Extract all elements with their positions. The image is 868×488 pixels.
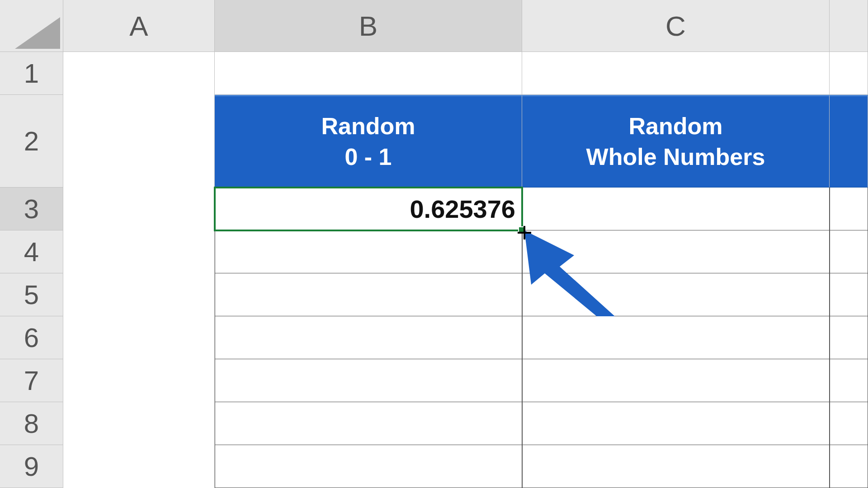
cell-B6[interactable] bbox=[215, 316, 522, 359]
cell-C4[interactable] bbox=[522, 230, 830, 273]
cell-C1[interactable] bbox=[522, 52, 830, 95]
cell-B7[interactable] bbox=[215, 359, 522, 402]
spreadsheet-grid[interactable]: A B C 1 2 Random 0 - 1 Random Whole Numb… bbox=[0, 0, 868, 488]
row-header-7[interactable]: 7 bbox=[0, 359, 63, 402]
cell-A4[interactable] bbox=[63, 230, 215, 273]
row-header-4[interactable]: 4 bbox=[0, 230, 63, 273]
cell-D9[interactable] bbox=[830, 445, 868, 488]
cell-D7[interactable] bbox=[830, 359, 868, 402]
row-header-1[interactable]: 1 bbox=[0, 52, 63, 95]
cell-D1[interactable] bbox=[830, 52, 868, 95]
cell-A3[interactable] bbox=[63, 188, 215, 230]
cell-D6[interactable] bbox=[830, 316, 868, 359]
cell-C5[interactable] bbox=[522, 273, 830, 316]
cell-A7[interactable] bbox=[63, 359, 215, 402]
cell-C9[interactable] bbox=[522, 445, 830, 488]
cell-A8[interactable] bbox=[63, 402, 215, 445]
cell-A2[interactable] bbox=[63, 95, 215, 188]
col-header-B[interactable]: B bbox=[215, 0, 522, 52]
select-all-corner[interactable] bbox=[0, 0, 63, 52]
cell-D8[interactable] bbox=[830, 402, 868, 445]
cell-B3-value: 0.625376 bbox=[410, 194, 515, 224]
cell-B4[interactable] bbox=[215, 230, 522, 273]
col-header-A[interactable]: A bbox=[63, 0, 215, 52]
table-header-random-0-1[interactable]: Random 0 - 1 bbox=[215, 95, 522, 188]
row-header-5[interactable]: 5 bbox=[0, 273, 63, 316]
cell-B1[interactable] bbox=[215, 52, 522, 95]
fill-handle[interactable] bbox=[518, 226, 525, 234]
cell-D3[interactable] bbox=[830, 188, 868, 230]
cell-B5[interactable] bbox=[215, 273, 522, 316]
col-header-C[interactable]: C bbox=[522, 0, 830, 52]
cell-C3[interactable] bbox=[522, 188, 830, 230]
cell-D5[interactable] bbox=[830, 273, 868, 316]
row-header-3[interactable]: 3 bbox=[0, 188, 63, 230]
cell-B9[interactable] bbox=[215, 445, 522, 488]
table-header-overflow[interactable] bbox=[830, 95, 868, 188]
cell-B3[interactable]: 0.625376 bbox=[215, 188, 522, 230]
table-header-random-whole[interactable]: Random Whole Numbers bbox=[522, 95, 830, 188]
cell-C6[interactable] bbox=[522, 316, 830, 359]
row-header-8[interactable]: 8 bbox=[0, 402, 63, 445]
row-header-9[interactable]: 9 bbox=[0, 445, 63, 488]
cell-A5[interactable] bbox=[63, 273, 215, 316]
cell-C8[interactable] bbox=[522, 402, 830, 445]
row-header-2[interactable]: 2 bbox=[0, 95, 63, 188]
row-header-6[interactable]: 6 bbox=[0, 316, 63, 359]
cell-C7[interactable] bbox=[522, 359, 830, 402]
cell-A6[interactable] bbox=[63, 316, 215, 359]
cell-A1[interactable] bbox=[63, 52, 215, 95]
cell-D4[interactable] bbox=[830, 230, 868, 273]
cell-A9[interactable] bbox=[63, 445, 215, 488]
col-header-overflow[interactable] bbox=[830, 0, 868, 52]
cell-B8[interactable] bbox=[215, 402, 522, 445]
